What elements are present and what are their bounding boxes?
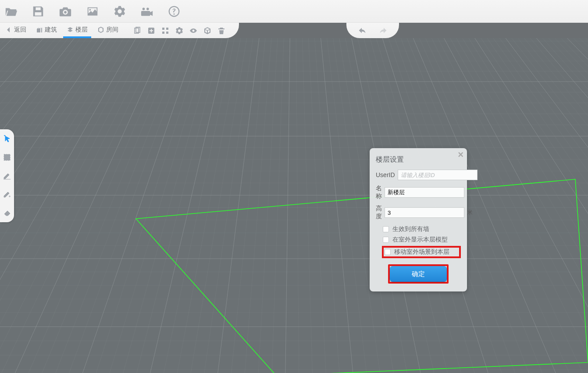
- check-move-outdoor-scene[interactable]: 移动室外场景到本层: [382, 246, 461, 258]
- check-apply-all-walls[interactable]: 生效到所有墙: [382, 225, 461, 234]
- help-icon[interactable]: [167, 4, 182, 19]
- trash-icon[interactable]: [216, 23, 227, 38]
- svg-line-15: [0, 38, 294, 373]
- svg-line-22: [0, 38, 294, 373]
- ok-button[interactable]: 确定: [390, 266, 447, 282]
- svg-line-46: [0, 38, 294, 373]
- tab-building[interactable]: 建筑: [32, 23, 61, 38]
- svg-line-37: [0, 38, 294, 373]
- svg-line-67: [130, 38, 294, 373]
- svg-line-43: [0, 38, 294, 373]
- svg-rect-4: [162, 28, 164, 30]
- crop-select-tool-icon[interactable]: [0, 149, 14, 165]
- svg-line-84: [294, 38, 370, 373]
- ok-highlight-box: 确定: [388, 264, 449, 284]
- name-label: 名称: [376, 185, 382, 200]
- svg-line-65: [102, 38, 294, 373]
- draw-edit-tool-icon[interactable]: [0, 168, 14, 184]
- svg-rect-6: [162, 32, 164, 34]
- save-icon[interactable]: [31, 4, 46, 19]
- svg-line-21: [0, 38, 294, 373]
- svg-line-19: [0, 38, 294, 373]
- svg-line-80: [294, 38, 313, 373]
- tab-floor[interactable]: 楼层: [63, 23, 91, 38]
- checkbox-icon: [385, 249, 391, 255]
- copy-icon[interactable]: [132, 23, 143, 38]
- userid-input[interactable]: [398, 170, 478, 180]
- svg-line-76: [257, 38, 294, 373]
- svg-line-13: [0, 38, 294, 373]
- picture-icon[interactable]: [85, 4, 100, 19]
- svg-line-82: [294, 38, 342, 373]
- svg-line-34: [0, 38, 294, 373]
- userid-label: UserID: [376, 171, 395, 178]
- grid-tool-icon[interactable]: [160, 23, 171, 38]
- eraser-tool-icon[interactable]: [0, 205, 14, 220]
- svg-line-58: [3, 38, 294, 373]
- undo-button[interactable]: [355, 24, 369, 38]
- cursor-tool-icon[interactable]: [0, 131, 14, 147]
- tab-floor-label: 楼层: [75, 26, 88, 34]
- svg-line-39: [0, 38, 294, 373]
- eye-icon[interactable]: [188, 23, 199, 38]
- svg-line-27: [0, 38, 294, 373]
- svg-line-64: [88, 38, 294, 373]
- main-toolbar: [0, 0, 588, 23]
- svg-line-81: [294, 38, 327, 373]
- svg-line-23: [0, 38, 294, 373]
- svg-line-18: [0, 38, 294, 373]
- video-camera-icon[interactable]: [139, 4, 154, 19]
- svg-rect-5: [166, 28, 168, 30]
- svg-line-73: [214, 38, 294, 373]
- svg-line-49: [0, 38, 294, 373]
- check-label: 生效到所有墙: [392, 225, 429, 233]
- svg-line-79: [294, 38, 299, 373]
- check-label: 在室外显示本层模型: [392, 236, 448, 244]
- checkbox-icon: [383, 237, 389, 243]
- floor-settings-dialog: × 楼层设置 UserID 名称 高度 米 生效到所有墙 在室外显示本层模型 移…: [370, 148, 467, 291]
- check-show-outside-model[interactable]: 在室外显示本层模型: [382, 235, 461, 244]
- canvas-3d-view[interactable]: [0, 38, 588, 373]
- svg-line-66: [116, 38, 294, 373]
- close-icon[interactable]: ×: [458, 150, 463, 160]
- svg-line-77: [271, 38, 294, 373]
- height-label: 高度: [376, 205, 382, 220]
- checkbox-icon: [383, 226, 389, 232]
- height-input[interactable]: [385, 207, 464, 218]
- svg-line-40: [0, 38, 294, 373]
- redo-button[interactable]: [377, 24, 391, 38]
- svg-line-30: [0, 38, 294, 373]
- undo-redo-island: [346, 23, 399, 38]
- svg-line-71: [186, 38, 294, 373]
- cube-icon[interactable]: [202, 23, 213, 38]
- gear-small-icon[interactable]: [174, 23, 185, 38]
- svg-line-63: [74, 38, 294, 373]
- sub-toolbar: 返回 建筑 楼层 房间: [0, 23, 239, 38]
- svg-line-12: [0, 38, 294, 373]
- svg-line-83: [294, 38, 356, 373]
- grid-graphic: [0, 38, 588, 373]
- name-input[interactable]: [385, 187, 464, 198]
- check-label: 移动室外场景到本层: [394, 248, 449, 256]
- svg-line-51: [0, 38, 294, 373]
- camera-icon[interactable]: [58, 4, 73, 19]
- svg-line-44: [0, 38, 294, 373]
- svg-line-25: [0, 38, 294, 373]
- svg-rect-7: [166, 32, 168, 34]
- tab-room[interactable]: 房间: [94, 23, 122, 38]
- svg-line-36: [0, 38, 294, 373]
- svg-line-55: [0, 38, 294, 373]
- svg-line-62: [60, 38, 294, 373]
- svg-line-59: [17, 38, 294, 373]
- svg-rect-179: [4, 154, 10, 160]
- left-tool-panel: [0, 129, 14, 222]
- back-button[interactable]: 返回: [2, 23, 30, 38]
- gear-icon[interactable]: [112, 4, 127, 19]
- svg-line-33: [0, 38, 294, 373]
- svg-line-20: [0, 38, 294, 373]
- dialog-title: 楼层设置: [376, 155, 461, 164]
- svg-line-24: [0, 38, 294, 373]
- draw-add-tool-icon[interactable]: [0, 186, 14, 202]
- open-icon[interactable]: [4, 4, 18, 19]
- add-square-icon[interactable]: [146, 23, 157, 38]
